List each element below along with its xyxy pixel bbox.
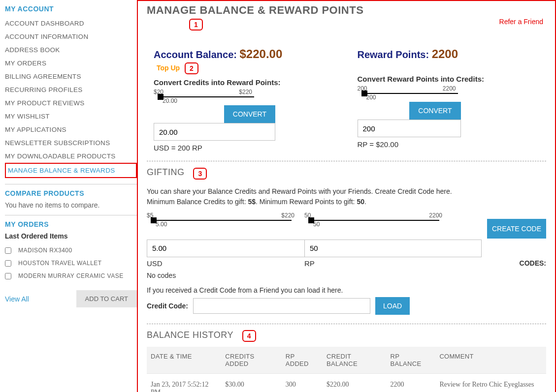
nav-my-orders[interactable]: MY ORDERS (5, 57, 137, 70)
ordered-item-checkbox[interactable] (5, 260, 11, 267)
credits-slider-max: $220 (239, 89, 252, 95)
divider (5, 215, 137, 215)
nav-billing-agreements[interactable]: BILLING AGREEMENTS (5, 70, 137, 83)
nav-newsletter[interactable]: NEWSLETTER SUBSCRIPTIONS (5, 136, 137, 150)
compare-empty-text: You have no items to compare. (5, 201, 137, 209)
balance-history-table: DATE & TIME CREDITS ADDED RP ADDED CREDI… (147, 347, 546, 392)
view-all-link[interactable]: View All (5, 295, 29, 303)
th-rp-balance: RP BALANCE (387, 347, 436, 374)
th-date: DATE & TIME (147, 347, 221, 374)
my-orders-title: MY ORDERS (5, 220, 137, 228)
balance-history-title: BALANCE HISTORY (147, 330, 233, 340)
gift-credits-input[interactable] (147, 240, 304, 257)
gift-rp-input[interactable] (304, 240, 482, 257)
last-ordered-title: Last Ordered Items (5, 232, 137, 240)
th-credit-balance: CREDIT BALANCE (323, 347, 386, 374)
account-balance-value: $220.00 (239, 47, 282, 60)
codes-label: CODES: (520, 259, 546, 268)
reward-points-value: 2200 (432, 47, 458, 60)
load-button[interactable]: LOAD (375, 297, 410, 315)
gift-rp-slider-value: 50 (313, 221, 482, 228)
gift-rp-slider-track[interactable] (311, 220, 439, 221)
credits-slider-track[interactable] (161, 96, 254, 97)
gift-credits-slider-handle[interactable] (151, 217, 157, 223)
gift-credits-max: $220 (281, 212, 294, 219)
rp-rate-text: RP = $20.00 (358, 140, 547, 149)
convert-credits-input[interactable] (154, 123, 275, 141)
refer-a-friend-link[interactable]: Refer a Friend (499, 18, 543, 26)
callout-4: 4 (242, 330, 256, 342)
sidebar-my-account-title: MY ACCOUNT (5, 5, 137, 13)
cell-credits-added: $30.00 (221, 373, 281, 392)
gift-rp-label: RP (304, 259, 315, 268)
nav-manage-balance[interactable]: MANAGE BALANCE & REWARDS (5, 163, 137, 178)
ordered-item-label: MODERN MURRAY CERAMIC VASE (18, 272, 124, 279)
ordered-item-label: HOUSTON TRAVEL WALLET (18, 260, 102, 267)
cell-comment: Review for Retro Chic Eyeglasses (435, 373, 546, 392)
page-title: MANAGE BALANCE & REWARD POINTS (147, 4, 546, 17)
convert-rp-input[interactable] (358, 120, 461, 137)
callout-3: 3 (193, 168, 207, 180)
account-balance-label: Account Balance: (154, 49, 239, 60)
gift-credits-slider-value: 5.00 (156, 221, 304, 228)
account-nav: ACCOUNT DASHBOARD ACCOUNT INFORMATION AD… (5, 17, 137, 178)
callout-1: 1 (189, 19, 203, 30)
rp-slider-track[interactable] (364, 93, 458, 94)
convert-rp-button[interactable]: CONVERT (409, 102, 460, 120)
th-comment: COMMENT (435, 347, 546, 374)
credit-code-input[interactable] (193, 298, 370, 314)
convert-rp-title: Convert Reward Points into Credits: (358, 75, 547, 83)
ordered-item-checkbox[interactable] (5, 273, 11, 279)
ordered-item-label: MADISON RX3400 (18, 247, 72, 254)
top-up-link[interactable]: Top Up (157, 64, 180, 72)
credits-slider-handle[interactable] (158, 94, 164, 100)
nav-applications[interactable]: MY APPLICATIONS (5, 123, 137, 136)
nav-wishlist[interactable]: MY WISHLIST (5, 110, 137, 123)
received-code-text: If you received a Credit Code from a Fri… (147, 286, 546, 294)
nav-account-dashboard[interactable]: ACCOUNT DASHBOARD (5, 17, 137, 30)
no-codes-text: No codes (147, 271, 546, 279)
list-item: HOUSTON TRAVEL WALLET (5, 257, 137, 270)
gift-credits-label: USD (147, 259, 304, 268)
create-code-button[interactable]: CREATE CODE (487, 219, 546, 239)
gifting-title: GIFTING (147, 167, 185, 177)
callout-2: 2 (185, 62, 198, 74)
nav-product-reviews[interactable]: MY PRODUCT REVIEWS (5, 96, 137, 110)
divider (147, 161, 546, 161)
cell-rp-added: 300 (282, 373, 323, 392)
last-ordered-list: MADISON RX3400 HOUSTON TRAVEL WALLET MOD… (5, 244, 137, 282)
nav-account-information[interactable]: ACCOUNT INFORMATION (5, 30, 137, 43)
rp-slider-value: 200 (366, 94, 547, 101)
convert-credits-title: Convert Credits into Reward Points: (154, 78, 343, 87)
gifting-desc: You can share your Balance Credits and R… (147, 186, 546, 207)
rp-slider-max: 2200 (443, 85, 456, 92)
gift-credits-slider-track[interactable] (154, 220, 292, 221)
rp-slider-handle[interactable] (361, 90, 367, 96)
add-to-cart-button[interactable]: ADD TO CART (76, 290, 137, 307)
nav-recurring-profiles[interactable]: RECURRING PROFILES (5, 83, 137, 96)
credits-slider-value: 20.00 (163, 97, 343, 104)
nav-downloadable[interactable]: MY DOWNLOADABLE PRODUCTS (5, 150, 137, 163)
reward-points-label: Reward Points: (358, 49, 432, 60)
list-item: MADISON RX3400 (5, 244, 137, 257)
cell-credit-balance: $220.00 (323, 373, 386, 392)
th-rp-added: RP ADDED (282, 347, 323, 374)
divider (147, 324, 546, 324)
convert-credits-button[interactable]: CONVERT (224, 105, 275, 123)
th-credits-added: CREDITS ADDED (221, 347, 281, 374)
credits-rate-text: USD = 200 RP (154, 144, 343, 152)
credit-code-label: Credit Code: (147, 302, 188, 310)
nav-address-book[interactable]: ADDRESS BOOK (5, 43, 137, 57)
table-row: Jan 23, 2017 5:52:12 PM $30.00 300 $220.… (147, 373, 546, 392)
gift-rp-slider-handle[interactable] (308, 217, 314, 223)
divider (5, 184, 137, 184)
cell-date: Jan 23, 2017 5:52:12 PM (147, 373, 221, 392)
compare-products-title: COMPARE PRODUCTS (5, 189, 137, 197)
cell-rp-balance: 2200 (387, 373, 436, 392)
list-item: MODERN MURRAY CERAMIC VASE (5, 270, 137, 282)
ordered-item-checkbox[interactable] (5, 247, 11, 254)
gift-rp-max: 2200 (429, 212, 442, 219)
